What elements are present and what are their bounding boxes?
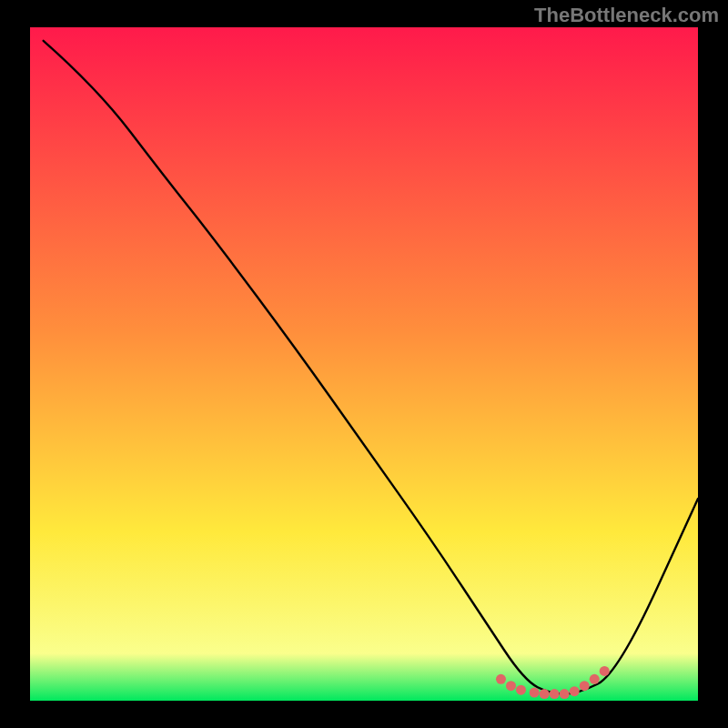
marker-dot bbox=[506, 681, 516, 691]
marker-dot bbox=[550, 689, 560, 699]
marker-dot bbox=[580, 681, 590, 691]
marker-dot bbox=[516, 685, 526, 695]
marker-dot bbox=[530, 688, 540, 698]
marker-dot bbox=[570, 686, 580, 696]
bottleneck-chart bbox=[0, 0, 728, 728]
marker-dot bbox=[496, 674, 506, 684]
marker-dot bbox=[560, 689, 570, 699]
attribution-label: TheBottleneck.com bbox=[534, 4, 719, 27]
marker-dot bbox=[590, 674, 600, 684]
marker-dot bbox=[600, 666, 610, 676]
marker-dot bbox=[540, 689, 550, 699]
plot-background bbox=[30, 27, 698, 701]
chart-container: TheBottleneck.com bbox=[0, 0, 728, 728]
